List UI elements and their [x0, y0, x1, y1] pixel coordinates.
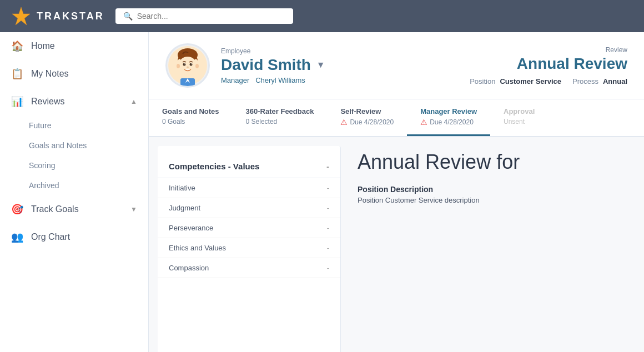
comp-label: Initiative [169, 184, 195, 192]
comp-item-judgment[interactable]: Judgment - [158, 198, 340, 218]
employee-header: Employee David Smith ▼ Manager Cheryl Wi… [149, 32, 644, 99]
tab-sub: 0 Selected [246, 118, 314, 125]
review-label: Review [470, 46, 627, 54]
track-goals-icon: 🎯 [11, 203, 23, 215]
sidebar-sub-goals-notes[interactable]: Goals and Notes [0, 135, 148, 155]
employee-left: Employee David Smith ▼ Manager Cheryl Wi… [165, 43, 325, 88]
employee-info: Employee David Smith ▼ Manager Cheryl Wi… [221, 47, 325, 84]
comp-value: - [327, 244, 329, 252]
warning-icon: ⚠ [340, 118, 348, 127]
logo-text: TRAKSTAR [37, 11, 104, 22]
svg-point-10 [177, 64, 180, 68]
sidebar-item-label: My Notes [31, 69, 137, 79]
comp-value: - [327, 204, 329, 212]
review-position: Position Customer Service [470, 77, 561, 86]
tab-self-review[interactable]: Self-Review ⚠ Due 4/28/2020 [327, 99, 407, 136]
manager-name[interactable]: Cheryl Williams [255, 76, 305, 84]
sidebar-item-label: Home [31, 41, 137, 51]
tab-sub: Unsent [504, 118, 544, 125]
tab-title: 360-Rater Feedback [246, 107, 314, 115]
comp-value: - [327, 224, 329, 232]
svg-point-6 [190, 63, 193, 66]
main-layout: 🏠 Home 📋 My Notes 📊 Reviews ▲ Future Goa… [0, 32, 644, 352]
review-process: Process Annual [572, 77, 627, 86]
comp-value: - [327, 184, 329, 192]
comp-label: Perseverance [169, 224, 213, 232]
svg-point-8 [191, 63, 192, 64]
trakstar-logo-icon [11, 6, 31, 26]
sidebar-item-home[interactable]: 🏠 Home [0, 32, 148, 60]
svg-rect-12 [184, 74, 192, 79]
org-chart-icon: 👥 [11, 231, 23, 243]
comp-label: Judgment [169, 204, 200, 212]
svg-point-9 [187, 67, 189, 68]
employee-dropdown-arrow[interactable]: ▼ [316, 60, 325, 70]
tab-sub: ⚠ Due 4/28/2020 [420, 118, 477, 127]
notes-icon: 📋 [11, 68, 23, 80]
comp-label: Ethics and Values [169, 244, 226, 252]
svg-point-7 [184, 63, 185, 64]
competencies-header: Competencies - Values - [158, 157, 340, 178]
sidebar-sub-archived[interactable]: Archived [0, 175, 148, 195]
review-title: Annual Review [470, 55, 627, 73]
tab-sub: ⚠ Due 4/28/2020 [340, 118, 394, 127]
sidebar-item-org-chart[interactable]: 👥 Org Chart [0, 223, 148, 251]
warning-icon: ⚠ [420, 118, 427, 127]
sidebar-item-label: Org Chart [31, 232, 137, 242]
review-body-title: Annual Review for [358, 150, 627, 174]
tab-sub: 0 Goals [162, 118, 219, 125]
competencies-title: Competencies - Values [169, 162, 259, 171]
search-bar[interactable]: 🔍 [115, 8, 293, 24]
home-icon: 🏠 [11, 40, 23, 52]
sidebar: 🏠 Home 📋 My Notes 📊 Reviews ▲ Future Goa… [0, 32, 149, 352]
tab-title: Goals and Notes [162, 107, 219, 115]
comp-item-ethics[interactable]: Ethics and Values - [158, 238, 340, 258]
sidebar-item-my-notes[interactable]: 📋 My Notes [0, 60, 148, 88]
sidebar-item-label: Reviews [31, 97, 123, 107]
review-info: Review Annual Review Position Customer S… [470, 46, 627, 86]
comp-item-perseverance[interactable]: Perseverance - [158, 218, 340, 238]
employee-label: Employee [221, 47, 325, 55]
tab-title: Manager Review [420, 107, 477, 115]
comp-item-initiative[interactable]: Initiative - [158, 178, 340, 198]
tab-manager-review[interactable]: Manager Review ⚠ Due 4/28/2020 [407, 99, 490, 136]
sidebar-sub-scoring[interactable]: Scoring [0, 155, 148, 175]
comp-label: Compassion [169, 264, 209, 272]
content-area: Employee David Smith ▼ Manager Cheryl Wi… [149, 32, 644, 352]
sidebar-sub-future[interactable]: Future [0, 115, 148, 135]
chevron-up-icon: ▲ [130, 98, 137, 105]
svg-point-4 [178, 57, 197, 76]
tabs-bar: Goals and Notes 0 Goals 360-Rater Feedba… [149, 99, 644, 137]
competencies-panel: Competencies - Values - Initiative - Jud… [158, 146, 341, 352]
sidebar-item-track-goals[interactable]: 🎯 Track Goals ▼ [0, 195, 148, 223]
topbar: TRAKSTAR 🔍 [0, 0, 644, 32]
position-desc-text: Position Customer Service description [358, 196, 627, 204]
tab-title: Approval [504, 107, 544, 115]
logo: TRAKSTAR [11, 6, 104, 26]
employee-name: David Smith ▼ [221, 56, 325, 74]
tab-approval[interactable]: Approval Unsent [490, 99, 557, 136]
tab-title: Self-Review [340, 107, 394, 115]
sidebar-item-label: Track Goals [31, 204, 123, 214]
svg-point-11 [195, 64, 199, 68]
avatar-image [167, 45, 208, 86]
chevron-down-icon: ▼ [130, 205, 137, 213]
sidebar-item-reviews[interactable]: 📊 Reviews ▲ [0, 88, 148, 115]
content-body: Competencies - Values - Initiative - Jud… [149, 137, 644, 352]
tab-goals-notes[interactable]: Goals and Notes 0 Goals [149, 99, 233, 136]
position-desc-label: Position Description [358, 185, 627, 194]
avatar [165, 43, 210, 88]
search-icon: 🔍 [123, 12, 133, 21]
reviews-icon: 📊 [11, 95, 23, 108]
svg-point-5 [183, 63, 186, 66]
review-meta: Position Customer Service Process Annual [470, 77, 627, 86]
search-input[interactable] [137, 12, 285, 21]
comp-value: - [327, 264, 329, 272]
competencies-collapse[interactable]: - [326, 162, 329, 171]
review-panel: Annual Review for Position Description P… [341, 137, 644, 352]
comp-item-compassion[interactable]: Compassion - [158, 258, 340, 278]
tab-360-rater[interactable]: 360-Rater Feedback 0 Selected [233, 99, 328, 136]
employee-manager: Manager Cheryl Williams [221, 76, 325, 84]
